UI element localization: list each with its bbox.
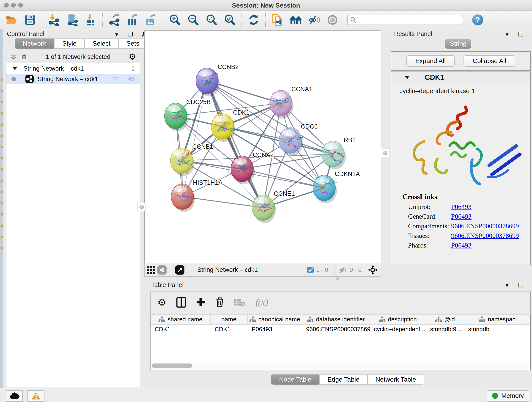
network-node-cdkn1a[interactable]: CDKN1A [313,171,360,203]
memory-button[interactable]: Memory [487,390,529,402]
show-all-icon[interactable] [327,14,338,26]
network-node-ccne1[interactable]: CCNE1 [252,190,295,223]
network-node-cdc6[interactable]: CDC6 [279,123,318,156]
network-node-hist1h1a[interactable]: HIST1H1A [171,179,222,212]
compartments-link[interactable]: 9606.ENSP00000378699 [451,222,519,230]
help-button[interactable]: ? [472,14,483,26]
table-horizontal-scrollbar[interactable] [151,363,529,369]
zoom-in-icon[interactable] [169,14,181,26]
function-builder-icon[interactable]: f(x) [255,297,268,308]
hide-selected-icon[interactable] [308,14,320,26]
import-network-from-database-icon[interactable] [66,14,78,26]
left-splitter-handle[interactable] [138,203,146,211]
add-column-icon[interactable]: ✚ [196,296,205,308]
network-options-gear-icon[interactable]: ⚙ [129,52,136,62]
column-header--id[interactable]: @id [426,314,464,324]
search-field[interactable] [347,15,463,25]
genecard-link[interactable]: P06493 [451,213,472,220]
results-tab-string[interactable]: String [445,39,471,49]
table-cell[interactable]: stringdb:9... [426,325,464,334]
string-style-icon[interactable] [157,265,167,274]
first-neighbors-icon[interactable] [290,14,302,26]
column-header-canonical-name[interactable]: canonical name [248,314,302,324]
table-panel-close-icon[interactable]: ✗ [531,282,532,289]
tab-style[interactable]: Style [54,38,85,49]
birdseye-grid-icon[interactable] [145,264,157,276]
network-view-canvas[interactable]: CCNB2CCNA1CDC25BCDK1CDC6RB1CCNB1CCNA2CDK… [144,31,381,263]
column-header-shared-name[interactable]: shared name [151,314,210,324]
table-cell[interactable]: P06493 [248,325,302,334]
bottom-splitter-handle[interactable] [336,277,339,280]
right-splitter-handle[interactable] [381,149,389,157]
table-cell[interactable]: cyclin–dependent ... [370,325,426,334]
table-panel-menu-icon[interactable]: ▾ [503,282,511,289]
expand-all-networks-icon[interactable] [21,53,27,60]
export-image-icon[interactable] [145,14,157,26]
tissues-link[interactable]: 9606.ENSP00000378699 [451,232,519,240]
pan-crosshair-icon[interactable] [368,265,378,275]
import-network-icon[interactable] [48,14,60,26]
table-cell[interactable]: stringdb [464,325,530,334]
column-header-name[interactable]: name [210,314,248,324]
delete-column-icon[interactable] [215,297,224,308]
zoom-fit-icon[interactable] [206,14,217,26]
control-panel-tabs: Network Style Select Sets [15,38,147,49]
network-edge[interactable] [207,81,263,208]
network-row[interactable]: String Network – cdk1 11 48 [6,74,140,84]
delete-table-icon[interactable] [234,298,245,306]
table-cell[interactable]: 9606.ENSP00000378699 [302,325,370,334]
tab-node-table[interactable]: Node Table [271,375,319,385]
scrollbar-thumb[interactable] [152,364,192,368]
network-node-ccna1[interactable]: CCNA1 [270,86,312,119]
copy-network-icon[interactable] [272,14,283,26]
table-row[interactable]: CDK1CDK1P064939606.ENSP00000378699cyclin… [151,325,530,334]
collapse-all-button[interactable]: Collapse All [463,55,515,67]
uniprot-link[interactable]: P06493 [451,203,472,211]
import-table-icon[interactable] [85,14,96,26]
network-node-cdk1[interactable]: CDK1 [211,109,249,142]
network-node-ccnb2[interactable]: CCNB2 [196,64,239,96]
warnings-button[interactable] [27,390,44,402]
zoom-selected-icon[interactable] [224,14,235,26]
network-node-rb1[interactable]: RB1 [322,137,356,169]
column-header-description[interactable]: description [370,314,426,324]
table-cell[interactable]: CDK1 [210,325,248,334]
network-node-cdc25b[interactable]: CDC25B [165,99,211,131]
node-table[interactable]: shared namenamecanonical namedatabase id… [150,314,531,370]
tab-select[interactable]: Select [85,38,119,49]
results-panel-menu-icon[interactable]: ▾ [503,31,511,38]
zoom-out-icon[interactable] [187,14,199,26]
table-panel-float-icon[interactable]: ❐ [517,282,525,289]
collection-expand-icon[interactable] [12,67,17,70]
refresh-icon[interactable] [248,14,259,26]
tab-sets[interactable]: Sets [119,38,147,49]
table-cell[interactable]: CDK1 [151,325,210,334]
pharos-link[interactable]: P06493 [451,242,472,249]
column-header-database-identifier[interactable]: database identifier [302,314,370,324]
network-edge[interactable] [222,127,333,154]
tab-network[interactable]: Network [15,38,54,49]
control-panel-float-icon[interactable]: ❐ [127,31,134,38]
column-header-namespac[interactable]: namespac [464,314,530,324]
expand-all-button[interactable]: Expand All [406,55,455,67]
selected-checkbox-icon[interactable] [307,267,314,274]
open-session-icon[interactable] [6,14,17,26]
results-panel-float-icon[interactable]: ❐ [517,31,525,38]
gene-header-row[interactable]: CDK1 [391,72,530,83]
collapse-all-networks-icon[interactable] [10,53,17,60]
show-columns-icon[interactable] [177,297,186,307]
cloud-status-button[interactable] [6,390,23,402]
network-collection-row[interactable]: String Network – cdk1 1 [6,63,140,74]
tab-edge-table[interactable]: Edge Table [319,375,367,385]
gene-collapse-icon[interactable] [405,76,410,79]
open-in-new-window-icon[interactable] [175,265,184,274]
export-table-icon[interactable] [127,14,138,26]
save-session-icon[interactable] [24,14,36,26]
tab-network-table[interactable]: Network Table [367,375,424,385]
node-label: CCNA2 [253,152,274,158]
control-panel-menu-icon[interactable]: ▾ [113,31,120,38]
table-options-gear-icon[interactable]: ⚙ [157,297,166,308]
search-input[interactable] [358,16,460,24]
results-panel-close-icon[interactable]: ✗ [531,31,532,38]
export-network-icon[interactable] [109,14,120,26]
